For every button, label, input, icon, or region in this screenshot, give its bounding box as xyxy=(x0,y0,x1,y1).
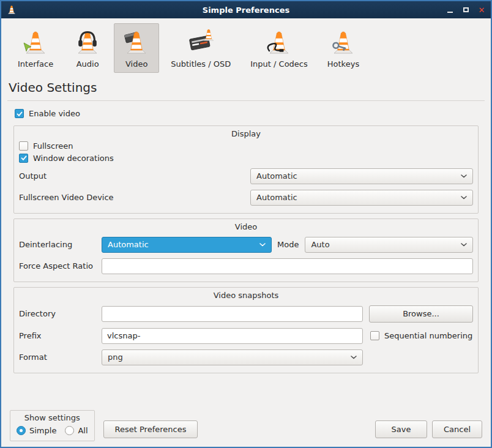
window-title: Simple Preferences xyxy=(1,6,491,15)
fullscreen-label: Fullscreen xyxy=(33,141,73,151)
chevron-down-icon xyxy=(456,196,467,200)
tab-label: Subtitles / OSD xyxy=(171,59,231,69)
radio-all-label: All xyxy=(78,426,88,435)
mode-select[interactable]: Auto xyxy=(305,237,473,253)
tab-video[interactable]: Video xyxy=(114,23,159,73)
format-row: Format png xyxy=(19,349,473,365)
deinterlacing-row: Deinterlacing Automatic Mode Auto xyxy=(19,237,473,253)
tab-input-codecs[interactable]: Input / Codecs xyxy=(242,23,316,73)
force-aspect-ratio-input[interactable] xyxy=(102,258,473,274)
deinterlacing-label: Deinterlacing xyxy=(19,240,102,249)
mode-label: Mode xyxy=(277,240,299,249)
close-button[interactable]: ✕ xyxy=(477,6,486,14)
enable-video-label: Enable video xyxy=(29,109,80,118)
chevron-down-icon xyxy=(456,174,467,178)
subtitles-icon xyxy=(186,28,215,58)
prefix-label: Prefix xyxy=(19,331,102,340)
cancel-button[interactable]: Cancel xyxy=(432,420,482,438)
titlebar: Simple Preferences ✕ xyxy=(1,1,491,18)
hotkeys-icon xyxy=(329,28,358,58)
mode-select-value: Auto xyxy=(311,240,456,249)
directory-row: Directory Browse... xyxy=(19,305,473,323)
tab-interface[interactable]: Interface xyxy=(10,23,61,73)
output-label: Output xyxy=(19,171,250,181)
format-select[interactable]: png xyxy=(102,349,363,365)
directory-input[interactable] xyxy=(102,306,363,322)
prefix-input[interactable] xyxy=(102,328,363,344)
enable-video-checkbox[interactable]: Enable video xyxy=(15,109,80,118)
tab-audio[interactable]: Audio xyxy=(65,23,110,73)
display-group-title: Display xyxy=(19,129,473,138)
checkbox-checked-icon xyxy=(19,154,28,163)
browse-button[interactable]: Browse... xyxy=(369,305,473,323)
category-toolbar: Interface Audio Video xyxy=(1,18,491,75)
radio-simple[interactable]: Simple xyxy=(17,426,56,435)
directory-label: Directory xyxy=(19,309,102,318)
save-button[interactable]: Save xyxy=(375,420,427,438)
video-group: Video Deinterlacing Automatic Mode Auto … xyxy=(13,218,479,282)
checkbox-unchecked-icon xyxy=(19,141,28,151)
footer: Show settings Simple All Reset Preferenc… xyxy=(1,410,491,447)
radio-all[interactable]: All xyxy=(65,426,88,435)
input-codecs-icon xyxy=(264,28,294,58)
fullscreen-device-select[interactable]: Automatic xyxy=(250,190,473,206)
output-row: Output Automatic xyxy=(19,168,473,184)
chevron-down-icon xyxy=(346,356,357,359)
snapshots-group-title: Video snapshots xyxy=(19,291,473,300)
deinterlacing-select[interactable]: Automatic xyxy=(102,237,272,253)
format-label: Format xyxy=(19,353,102,362)
sequential-numbering-label: Sequential numbering xyxy=(384,331,472,340)
reset-preferences-button[interactable]: Reset Preferences xyxy=(103,420,198,438)
force-aspect-ratio-row: Force Aspect Ratio xyxy=(19,258,473,274)
sequential-numbering-checkbox[interactable]: Sequential numbering xyxy=(370,331,472,340)
heading-separator xyxy=(7,100,485,101)
output-select-value: Automatic xyxy=(256,171,456,181)
tab-subtitles-osd[interactable]: Subtitles / OSD xyxy=(163,23,239,73)
fullscreen-device-row: Fullscreen Video Device Automatic xyxy=(19,190,473,206)
audio-icon xyxy=(73,28,102,58)
preferences-window: Simple Preferences ✕ Interface Audio xyxy=(0,0,492,448)
tab-label: Hotkeys xyxy=(327,59,359,69)
checkbox-checked-icon xyxy=(15,109,24,118)
show-settings-group: Show settings Simple All xyxy=(10,410,95,441)
tab-label: Audio xyxy=(76,59,99,69)
video-snapshots-group: Video snapshots Directory Browse... Pref… xyxy=(13,287,479,373)
show-settings-title: Show settings xyxy=(17,413,88,422)
tab-label: Video xyxy=(125,59,147,69)
video-group-title: Video xyxy=(19,222,473,231)
output-select[interactable]: Automatic xyxy=(250,168,473,184)
page-title: Video Settings xyxy=(9,80,491,95)
vlc-app-icon xyxy=(6,4,18,16)
format-select-value: png xyxy=(108,353,346,362)
tab-label: Interface xyxy=(18,59,53,69)
display-group: Display Fullscreen Window decorations Ou… xyxy=(13,125,479,214)
fullscreen-device-label: Fullscreen Video Device xyxy=(19,193,250,202)
tab-hotkeys[interactable]: Hotkeys xyxy=(319,23,367,73)
fullscreen-device-select-value: Automatic xyxy=(256,193,456,202)
force-aspect-ratio-label: Force Aspect Ratio xyxy=(19,261,102,271)
chevron-down-icon xyxy=(255,243,266,247)
deinterlacing-select-value: Automatic xyxy=(108,240,255,249)
radio-selected-icon xyxy=(17,426,26,435)
interface-icon xyxy=(21,28,50,58)
tab-label: Input / Codecs xyxy=(250,59,308,69)
chevron-down-icon xyxy=(456,243,467,247)
maximize-button[interactable] xyxy=(461,6,470,14)
window-decorations-label: Window decorations xyxy=(33,154,114,163)
checkbox-unchecked-icon xyxy=(370,331,379,340)
fullscreen-checkbox[interactable]: Fullscreen xyxy=(19,141,73,151)
radio-unselected-icon xyxy=(65,426,74,435)
video-icon xyxy=(122,28,151,58)
radio-simple-label: Simple xyxy=(29,426,56,435)
window-decorations-checkbox[interactable]: Window decorations xyxy=(19,154,114,163)
prefix-row: Prefix Sequential numbering xyxy=(19,328,473,344)
minimize-button[interactable] xyxy=(445,6,454,14)
